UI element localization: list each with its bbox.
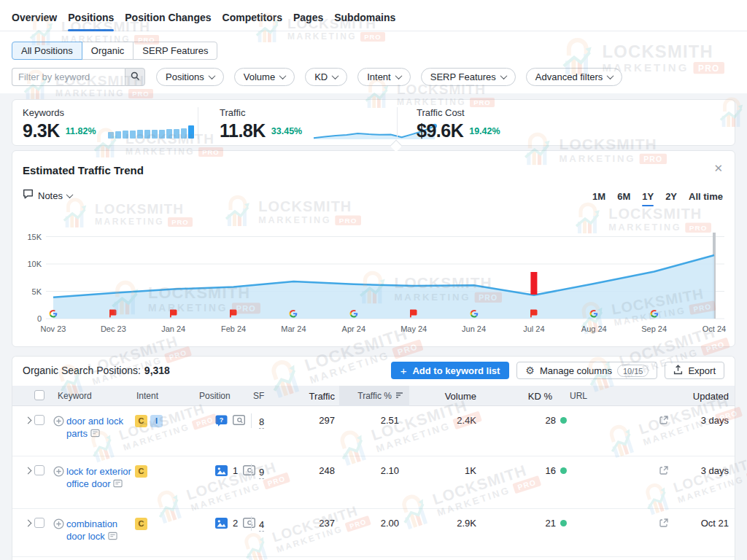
stats-divider xyxy=(397,107,398,139)
col-position[interactable]: Position xyxy=(193,391,253,401)
col-traffic-pct[interactable]: Traffic % xyxy=(339,386,409,406)
export-button[interactable]: Export xyxy=(665,362,724,379)
svg-text:0: 0 xyxy=(37,314,42,323)
intent-badge-informational[interactable]: I xyxy=(150,415,163,427)
google-update-icon[interactable] xyxy=(589,308,599,317)
table-row: door and lock parts CI ? 8 297 2.51 2.4K… xyxy=(12,406,735,456)
updated-value: 3 days xyxy=(681,456,736,508)
note-flag-icon[interactable] xyxy=(229,308,239,317)
chevron-down-icon xyxy=(500,72,507,79)
row-expand-chevron[interactable] xyxy=(21,406,34,456)
filter-bar: PositionsVolumeKDIntentSERP FeaturesAdva… xyxy=(12,68,622,86)
row-checkbox[interactable] xyxy=(34,465,44,475)
col-volume[interactable]: Volume xyxy=(409,391,482,402)
keyword-search-button[interactable] xyxy=(125,68,145,86)
serp-features-count[interactable]: 4 xyxy=(259,519,264,532)
intent-badges: C xyxy=(135,509,193,556)
volume-value: 2.4K xyxy=(409,406,482,456)
stat-change: 19.42% xyxy=(469,126,500,136)
stat-label: Keywords xyxy=(23,107,194,118)
chevron-right-icon xyxy=(24,417,31,424)
serp-features-count[interactable]: 8 xyxy=(259,416,264,429)
nav-item-overview[interactable]: Overview xyxy=(12,12,57,31)
col-sf[interactable]: SF xyxy=(253,391,279,401)
filter-label: SERP Features xyxy=(430,71,496,82)
plus-icon: + xyxy=(400,365,407,376)
nav-item-positions[interactable]: Positions xyxy=(68,12,114,31)
col-keyword[interactable]: Keyword xyxy=(53,391,135,401)
nav-item-subdomains[interactable]: Subdomains xyxy=(334,12,395,31)
add-keyword-plus-icon[interactable] xyxy=(53,416,64,456)
filter-dropdown-volume[interactable]: Volume xyxy=(234,68,295,86)
nav-item-competitors[interactable]: Competitors xyxy=(222,12,282,31)
nav-item-position-changes[interactable]: Position Changes xyxy=(125,12,211,31)
note-flag-icon[interactable] xyxy=(109,308,118,317)
google-update-icon[interactable] xyxy=(289,308,298,317)
traffic-trend-chart: 05K10K15K xyxy=(12,151,736,346)
row-expand-chevron[interactable] xyxy=(21,456,34,508)
table-title-label: Organic Search Positions: xyxy=(23,365,141,376)
table-row: lock for exterior office door C 1 9 248 … xyxy=(12,456,735,509)
add-keyword-plus-icon[interactable] xyxy=(53,466,64,508)
col-traffic[interactable]: Traffic xyxy=(279,391,339,402)
faq-serp-feature-icon[interactable]: ? xyxy=(215,415,228,427)
row-checkbox[interactable] xyxy=(34,415,44,425)
watermark-line2: MARKETING xyxy=(287,31,357,42)
select-all-checkbox[interactable] xyxy=(34,390,44,400)
chevron-right-icon xyxy=(24,520,31,527)
nav-item-pages[interactable]: Pages xyxy=(293,12,323,31)
chevron-down-icon xyxy=(332,72,339,79)
row-expand-chevron[interactable] xyxy=(21,509,34,556)
manage-columns-button[interactable]: ⚙Manage columns10/15 xyxy=(516,362,657,379)
google-update-icon[interactable] xyxy=(349,308,359,317)
filter-dropdown-kd[interactable]: KD xyxy=(305,68,347,86)
chevron-down-icon xyxy=(279,72,287,79)
external-link-icon[interactable] xyxy=(659,415,669,456)
intent-badge-commercial[interactable]: C xyxy=(135,415,147,427)
serp-snapshot-icon[interactable] xyxy=(233,415,245,425)
col-updated[interactable]: Updated xyxy=(681,391,736,402)
images-serp-feature-icon[interactable] xyxy=(215,518,228,529)
google-update-icon[interactable] xyxy=(650,308,659,317)
filter-label: Positions xyxy=(166,71,204,82)
traffic-value: 248 xyxy=(279,456,339,508)
filter-dropdown-advanced-filters[interactable]: Advanced filters xyxy=(526,68,623,86)
add-to-keyword-list-button[interactable]: +Add to keyword list xyxy=(391,362,510,379)
external-link-icon[interactable] xyxy=(659,518,669,556)
view-tab-all-positions[interactable]: All Positions xyxy=(12,42,82,60)
google-update-icon[interactable] xyxy=(49,308,58,317)
note-flag-icon[interactable] xyxy=(169,308,179,317)
col-url[interactable]: URL xyxy=(570,391,681,401)
images-serp-feature-icon[interactable] xyxy=(215,465,228,476)
svg-text:10K: 10K xyxy=(27,260,42,268)
col-kd[interactable]: KD % xyxy=(482,391,570,402)
sort-icon xyxy=(395,391,403,401)
table-rows: door and lock parts CI ? 8 297 2.51 2.4K… xyxy=(12,406,735,557)
kd-value: 28 xyxy=(546,415,556,426)
position-cell: 2 xyxy=(193,509,253,556)
external-link-icon[interactable] xyxy=(659,465,669,508)
filter-dropdown-serp-features[interactable]: SERP Features xyxy=(421,68,516,86)
row-checkbox[interactable] xyxy=(34,518,44,528)
view-tab-serp-features[interactable]: SERP Features xyxy=(133,42,217,60)
serp-layout-icon[interactable] xyxy=(113,479,123,490)
intent-badge-commercial[interactable]: C xyxy=(135,518,147,530)
google-update-icon[interactable] xyxy=(470,308,479,317)
note-flag-icon[interactable] xyxy=(409,308,419,317)
gear-icon: ⚙ xyxy=(525,365,535,376)
traffic-trend-card: Estimated Traffic Trend ✕ Notes 1M6M1Y2Y… xyxy=(12,150,735,347)
view-tab-organic[interactable]: Organic xyxy=(82,42,134,60)
filter-dropdown-intent[interactable]: Intent xyxy=(357,68,411,86)
serp-layout-icon[interactable] xyxy=(90,429,100,440)
filter-dropdown-positions[interactable]: Positions xyxy=(156,68,224,86)
add-keyword-plus-icon[interactable] xyxy=(53,518,64,556)
note-flag-icon[interactable] xyxy=(530,308,539,317)
col-intent[interactable]: Intent xyxy=(135,391,193,401)
intent-badge-commercial[interactable]: C xyxy=(135,465,147,478)
serp-features-count[interactable]: 9 xyxy=(259,467,264,479)
keyword-filter-input[interactable] xyxy=(12,68,125,86)
serp-layout-icon[interactable] xyxy=(108,532,117,542)
search-icon xyxy=(131,71,140,83)
primary-nav: OverviewPositionsPosition ChangesCompeti… xyxy=(12,12,395,31)
updated-value: 3 days xyxy=(681,406,736,456)
